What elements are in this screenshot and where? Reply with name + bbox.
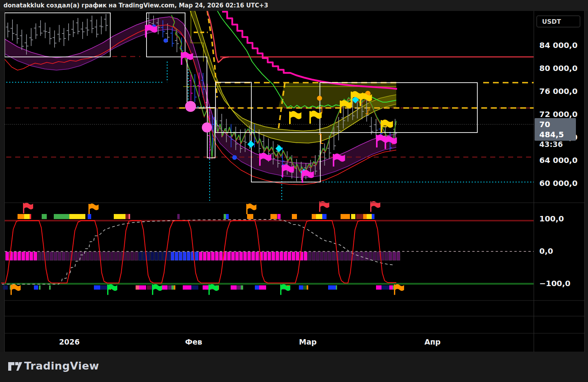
current-price-value: 70 484,5 xyxy=(539,119,576,140)
time-label: 2026 xyxy=(59,338,80,346)
tradingview-logo-icon[interactable] xyxy=(8,361,23,375)
time-label: Апр xyxy=(424,338,440,346)
bar-countdown: 43:36 xyxy=(539,140,576,149)
attribution-text: donatakkluk создал(а) график на TradingV… xyxy=(4,2,268,9)
oscillator-label: −100,0 xyxy=(539,279,570,288)
price-label: 64 000,0 xyxy=(539,156,577,165)
price-label: 76 000,0 xyxy=(539,87,577,96)
price-label: 84 000,0 xyxy=(539,41,577,50)
price-label: 60 000,0 xyxy=(539,179,577,188)
currency-button[interactable]: USDT xyxy=(537,16,580,27)
footer-bar: TradingView xyxy=(0,352,588,382)
oscillator-label: 0,0 xyxy=(539,246,553,256)
oscillator-label: 100,0 xyxy=(539,214,564,223)
price-label: 80 000,0 xyxy=(539,64,577,73)
time-label: Фев xyxy=(185,338,202,346)
price-label: 72 000,0 xyxy=(539,110,577,119)
tradingview-chart-screenshot: donatakkluk создал(а) график на TradingV… xyxy=(0,0,588,382)
tradingview-logo-text[interactable]: TradingView xyxy=(24,360,99,372)
current-price-badge: 70 484,5 43:36 xyxy=(535,118,576,141)
attribution-bar: donatakkluk создал(а) график на TradingV… xyxy=(0,0,588,11)
time-label: Мар xyxy=(299,338,316,346)
chart-canvas[interactable] xyxy=(0,0,588,382)
